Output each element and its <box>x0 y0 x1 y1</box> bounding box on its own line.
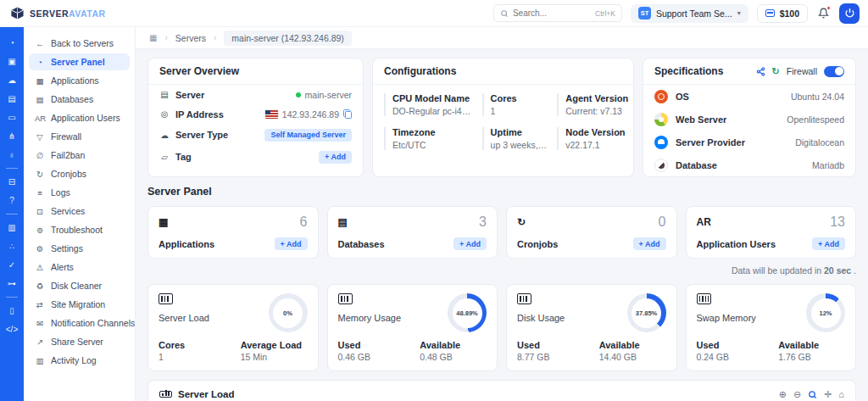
sidebar-item-notification-channels[interactable]: ✉ Notification Channels <box>29 315 130 331</box>
configuration-item: Agent Version Current: v7.13 <box>557 93 622 116</box>
breadcrumb-grid-icon[interactable]: ▦ <box>149 33 157 42</box>
firewall-toggle[interactable] <box>824 66 844 77</box>
rail-help-icon: ? <box>9 195 14 206</box>
sidebar-item-share-server[interactable]: ↗ Share Server <box>29 333 130 350</box>
sidebar-item-label: Alerts <box>51 262 74 272</box>
sidebar-item-back-to-servers[interactable]: ← Back to Servers <box>29 35 130 52</box>
rail-database-icon: ▤ <box>8 93 15 104</box>
sidebar-item-settings[interactable]: ⚙ Settings <box>29 240 130 257</box>
add-button[interactable]: + Add <box>453 237 487 250</box>
metric-donut: 48.89% <box>448 293 487 332</box>
serveravatar-cube-icon <box>10 6 25 20</box>
hardware-icon <box>517 293 531 304</box>
configuration-item: CPU Model Name DO-Regular pc-i440fx-6.1 … <box>384 93 472 116</box>
metric-right-value: 1.76 GB <box>778 352 845 362</box>
panel-card-label: Cronjobs <box>517 239 558 249</box>
add-button[interactable]: + Add <box>812 237 845 250</box>
panel-card-icon: ▦ <box>159 216 168 228</box>
share-icon[interactable] <box>756 67 765 76</box>
add-button[interactable]: + Add <box>275 237 308 250</box>
hardware-icon <box>159 293 173 304</box>
zoom-in-icon[interactable]: ⊕ <box>779 390 787 399</box>
selection-zoom-icon[interactable] <box>808 390 817 399</box>
metric-right-label: Available <box>420 340 487 350</box>
breadcrumb-servers[interactable]: Servers <box>175 33 206 43</box>
sidebar-item-label: Applications <box>51 75 99 86</box>
panel-card-count: 13 <box>830 214 845 230</box>
sidebar-item-firewall[interactable]: ▽ Firewall <box>29 128 130 145</box>
panel-card-label: Applications <box>159 239 214 249</box>
search-input[interactable] <box>513 8 591 18</box>
sidebar-item-label: Back to Servers <box>51 38 114 48</box>
sidebar-item-alerts[interactable]: ⚠ Alerts <box>29 259 130 276</box>
sidebar-item-icon: ⇄ <box>35 300 45 309</box>
sidebar-item-icon: ≡ <box>35 188 45 198</box>
server-type-badge: Self Managed Server <box>264 129 352 142</box>
sidebar-item-cronjobs[interactable]: ↻ Cronjobs <box>29 165 130 182</box>
rail-check-icon: ✓ <box>8 259 15 270</box>
configurations-title: Configurations <box>384 65 456 77</box>
sidebar-item-databases[interactable]: ▤ Databases <box>29 91 130 108</box>
overview-row-tag: ▱Tag + Add <box>148 146 363 168</box>
home-icon[interactable]: ⌂ <box>838 390 844 399</box>
add-button[interactable]: + Add <box>633 237 666 250</box>
account-dropdown[interactable]: ST Support Team Se... ▾ <box>631 4 748 23</box>
notification-dot <box>826 6 831 10</box>
sidebar-item-logs[interactable]: ≡ Logs <box>29 184 130 201</box>
rail-gauge-icon: ◔ <box>9 37 14 48</box>
overview-row-type: ☁Server Type Self Managed Server <box>148 124 363 146</box>
memory-usage-card: Memory Usage 48.89% Used Available 0.46 … <box>327 284 498 371</box>
metric-label: Swap Memory <box>697 313 756 323</box>
power-button[interactable] <box>839 3 860 24</box>
server-overview-title: Server Overview <box>159 65 239 77</box>
configuration-label: Node Version <box>565 127 622 137</box>
sidebar-item-site-migration[interactable]: ⇄ Site Migration <box>29 296 130 313</box>
sidebar-item-application-users[interactable]: AR Application Users <box>29 109 130 126</box>
sidebar-item-troubleshoot[interactable]: ⊚ Troubleshoot <box>29 221 130 238</box>
refresh-icon[interactable]: ↻ <box>772 66 780 77</box>
rail-globe-icon: ♁ <box>8 149 15 160</box>
metric-left-label: Used <box>517 340 594 350</box>
sidebar-item-services[interactable]: ⊡ Services <box>29 203 130 220</box>
add-tag-button[interactable]: + Add <box>319 151 352 164</box>
search-box[interactable]: Ctrl+K <box>493 4 622 22</box>
rail-wallet-icon: ⊟ <box>8 176 15 187</box>
metric-donut: 37.85% <box>627 293 666 332</box>
notifications-button[interactable] <box>816 6 831 20</box>
sidebar-item-icon: ▦ <box>35 76 45 86</box>
sidebar-item-disk-cleaner[interactable]: ♻ Disk Cleaner <box>29 277 130 294</box>
server-overview-card: Server Overview ▤Server main-server ◎IP … <box>147 58 364 177</box>
server-panel-section-title: Server Panel <box>147 186 856 198</box>
app-logo[interactable]: SERVERAVATAR <box>7 6 134 20</box>
breadcrumb-current-server[interactable]: main-server (142.93.246.89) <box>224 31 352 46</box>
server-load-chart-card: Server Load ⊕ ⊖ ✛ ⌂ 1.00 <box>147 380 856 401</box>
credits-button[interactable]: $100 <box>757 4 808 23</box>
topbar: SERVERAVATAR Ctrl+K ST Support Team Se..… <box>0 0 868 27</box>
cronjobs-card: ↻ 0 Cronjobs + Add <box>506 206 677 259</box>
configuration-value: Etc/UTC <box>392 140 472 150</box>
us-flag-icon <box>265 110 278 119</box>
icon-rail: ◔ ▣ ☁ ▤ ▭ ⋔ ♁ <box>0 27 24 401</box>
panel-card-icon: ↻ <box>517 216 526 228</box>
configuration-item: Uptime up 3 weeks, 2 days, 8 hours, ... <box>482 127 548 150</box>
digitalocean-logo <box>654 136 668 149</box>
sidebar-item-activity-log[interactable]: ▥ Activity Log <box>29 352 130 369</box>
sidebar-item-server-panel[interactable]: ◔ Server Panel <box>29 53 130 70</box>
configuration-value: DO-Regular pc-i440fx-6.1 C... <box>392 106 472 116</box>
sidebar-item-applications[interactable]: ▦ Applications <box>29 72 130 89</box>
copy-icon[interactable] <box>343 109 352 119</box>
sidebar-item-label: Share Server <box>51 337 103 347</box>
sidebar-item-fail2ban[interactable]: ∅ Fail2ban <box>29 147 130 164</box>
search-shortcut: Ctrl+K <box>595 9 615 18</box>
breadcrumb-separator: › <box>214 33 216 42</box>
hardware-icon <box>338 293 353 304</box>
zoom-out-icon[interactable]: ⊖ <box>793 390 801 399</box>
server-icon: ▤ <box>159 90 170 99</box>
sidebar-item-icon: ◔ <box>35 58 45 67</box>
pan-icon[interactable]: ✛ <box>824 390 832 399</box>
status-dot <box>296 92 301 97</box>
sidebar-item-icon: ∅ <box>35 151 45 160</box>
rail-code-icon: </> <box>6 324 18 335</box>
location-icon: ◎ <box>159 109 170 119</box>
configuration-label: Agent Version <box>565 93 622 103</box>
